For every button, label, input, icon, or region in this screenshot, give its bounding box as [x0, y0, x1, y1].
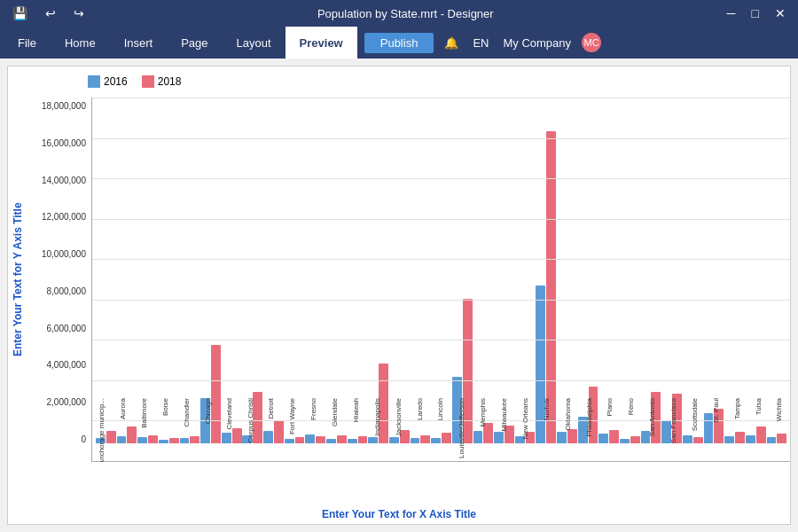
save-icon[interactable]: 💾	[7, 4, 33, 22]
x-tick-label: Fort Wayne	[288, 398, 296, 434]
x-label-wrap: Milwaukee	[494, 398, 515, 432]
restore-button[interactable]: □	[747, 4, 764, 22]
x-tick-label: Baltimore	[140, 398, 148, 428]
grid-line	[92, 178, 790, 179]
x-tick-label: Hialeah	[352, 398, 360, 422]
grid-line	[92, 380, 790, 381]
grid-line	[92, 300, 790, 301]
x-label-wrap: Cleveland	[218, 398, 239, 430]
y-tick-label: 8,000,000	[47, 286, 87, 296]
x-label-wrap: Fort Wayne	[282, 398, 303, 434]
x-label-wrap: Glendale	[325, 398, 346, 426]
legend-label-2016: 2016	[104, 75, 128, 88]
menu-home[interactable]: Home	[51, 27, 110, 59]
x-label-wrap: Tampa	[726, 398, 747, 419]
y-tick-label: 6,000,000	[47, 324, 87, 333]
x-tick-label: Philadelphia	[585, 398, 593, 437]
x-tick-label: Anchorage municip...	[98, 398, 106, 462]
bar-group	[411, 101, 431, 443]
x-label-wrap: Boise	[155, 398, 176, 416]
x-label-wrap: Memphis	[473, 398, 494, 426]
language-selector[interactable]: EN	[469, 35, 492, 51]
bar-group	[242, 101, 262, 443]
x-label-wrap: Laredo	[409, 398, 430, 420]
x-tick-label: San Antonio	[648, 398, 656, 436]
x-label-wrap: Chicago	[197, 398, 218, 424]
bar-group	[137, 101, 158, 443]
bar-group	[515, 101, 536, 443]
bar-group	[368, 101, 388, 443]
bar-group	[557, 101, 577, 443]
right-tools: Publish 🔔 EN My Company MC	[357, 27, 608, 59]
y-tick-label: 16,000,000	[42, 138, 86, 148]
x-label-wrap: Lincoln	[430, 398, 451, 420]
grid-line	[92, 259, 790, 260]
x-label-wrap: Fresno	[303, 398, 325, 420]
bar-group	[724, 101, 745, 443]
bar-group	[285, 101, 305, 443]
y-axis-title: Enter Your Text for Y Axis Title	[8, 98, 27, 462]
bar-group	[598, 101, 619, 443]
avatar[interactable]: MC	[582, 33, 601, 52]
x-tick-label: New Orleans	[521, 398, 529, 439]
x-tick-label: Tampa	[733, 398, 741, 419]
x-label-wrap: Norfolk	[536, 398, 557, 420]
x-label-wrap: Plano	[599, 398, 621, 416]
bar-group	[159, 101, 179, 443]
x-tick-label: Plano	[606, 398, 614, 416]
menu-file[interactable]: File	[4, 27, 51, 59]
menu-insert[interactable]: Insert	[110, 27, 168, 59]
x-label-wrap: Reno	[621, 398, 642, 415]
x-tick-label: Milwaukee	[500, 398, 508, 432]
x-label-wrap: New Orleans	[515, 398, 536, 439]
x-label-wrap: Aurora	[113, 398, 134, 419]
menu-page[interactable]: Page	[167, 27, 222, 59]
y-tick-label: 0	[81, 434, 86, 444]
close-button[interactable]: ✕	[770, 4, 791, 22]
publish-button[interactable]: Publish	[364, 33, 434, 53]
legend-2018: 2018	[142, 75, 182, 88]
y-axis-labels: 18,000,00016,000,00014,000,00012,000,000…	[27, 98, 91, 462]
x-tick-label: Cleveland	[225, 398, 233, 430]
x-tick-label: Aurora	[119, 398, 127, 419]
x-tick-label: Jacksonville	[395, 398, 403, 436]
x-tick-label: Louisville/Jefferson	[458, 398, 466, 458]
y-tick-label: 4,000,000	[47, 360, 87, 370]
bar-group	[767, 101, 787, 443]
x-label-wrap: Chandler	[176, 398, 198, 426]
x-label-wrap: Baltimore	[134, 398, 155, 428]
x-label-wrap: Detroit	[261, 398, 282, 419]
x-tick-label: Boise	[161, 398, 169, 416]
x-label-wrap: Jacksonville	[387, 398, 409, 436]
bar-group	[661, 101, 682, 443]
x-tick-label: Laredo	[416, 398, 424, 420]
x-tick-label: Norfolk	[543, 398, 551, 420]
x-tick-label: Chandler	[183, 398, 191, 426]
x-tick-label: St. Paul	[712, 398, 720, 423]
x-label-wrap: Tulsa	[747, 398, 769, 415]
titlebar-left: 💾 ↩ ↪	[7, 4, 90, 22]
bar-group	[431, 101, 451, 443]
bar-group	[263, 101, 284, 443]
bar-group	[389, 101, 410, 443]
x-label-wrap: St. Paul	[705, 398, 726, 423]
menu-layout[interactable]: Layout	[223, 27, 286, 59]
bar-group	[96, 101, 116, 443]
bar-group	[117, 101, 137, 443]
y-tick-label: 10,000,000	[42, 249, 86, 259]
menu-preview[interactable]: Preview	[286, 27, 357, 59]
redo-icon[interactable]: ↪	[68, 4, 90, 22]
bar-group	[683, 101, 703, 443]
x-axis-title: Enter Your Text for X Axis Title	[8, 508, 790, 520]
x-label-wrap: Scottsdale	[685, 398, 706, 431]
bar-group	[704, 101, 724, 443]
bell-icon[interactable]: 🔔	[441, 35, 462, 51]
bar-group	[473, 101, 494, 443]
bar-group	[578, 101, 598, 443]
x-label-wrap: Anchorage municip...	[91, 398, 113, 462]
company-name: My Company	[499, 35, 575, 51]
bar-group	[536, 101, 556, 443]
bar-group	[305, 101, 325, 443]
undo-icon[interactable]: ↩	[40, 4, 61, 22]
minimize-button[interactable]: ─	[722, 4, 741, 22]
